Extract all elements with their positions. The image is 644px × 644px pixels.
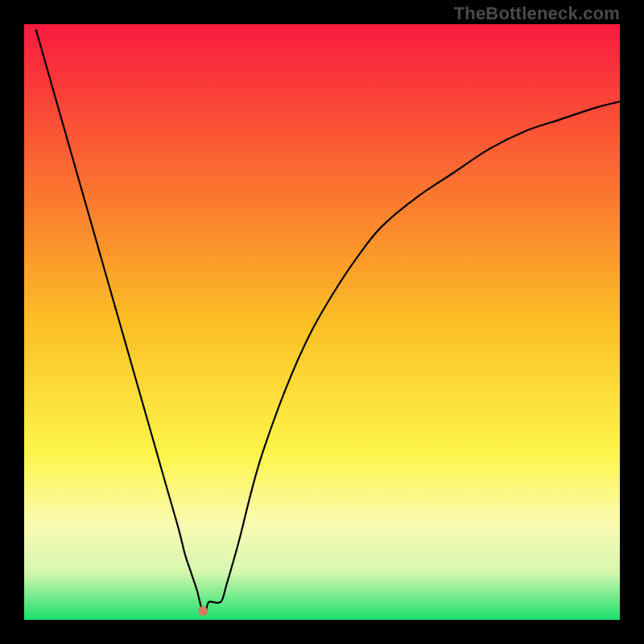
plot-area — [24, 24, 620, 620]
chart-frame: TheBottleneck.com — [0, 0, 644, 644]
chart-svg — [24, 24, 620, 620]
watermark-text: TheBottleneck.com — [454, 3, 620, 24]
optimum-marker — [198, 606, 208, 616]
chart-background — [24, 24, 620, 620]
